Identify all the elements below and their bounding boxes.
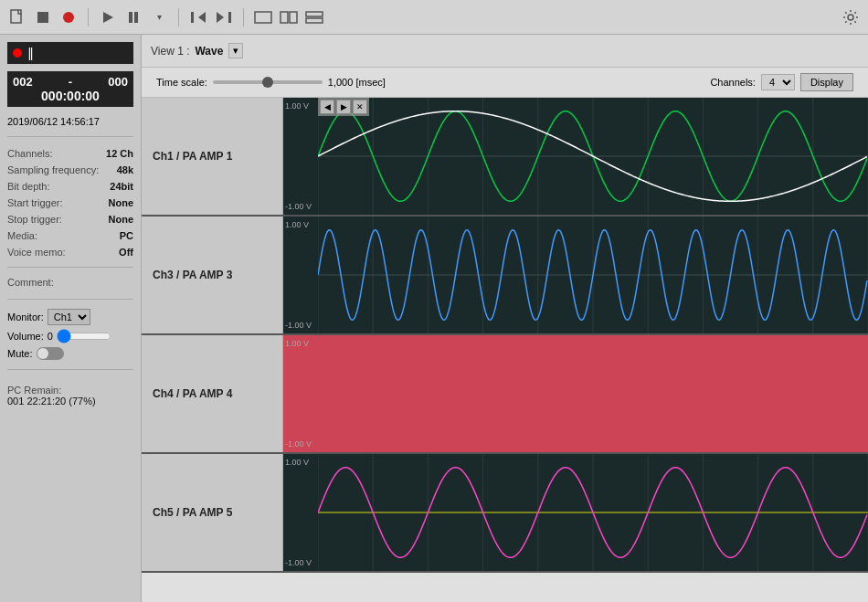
y-labels-ch5: 1.00 V-1.00 V <box>283 454 318 571</box>
monitor-row: Monitor: Ch1 Ch2 Ch3 <box>7 309 133 325</box>
transport-dropdown-icon[interactable]: ▾ <box>149 7 169 27</box>
nav-prev-btn[interactable]: ◀ <box>320 100 334 114</box>
bit-value: 24bit <box>110 181 133 192</box>
timescale-value: 1,000 [msec] <box>328 77 386 88</box>
monitor-select[interactable]: Ch1 Ch2 Ch3 <box>48 309 90 325</box>
right-panel: View 1 : Wave ▾ Time scale: 1,000 [msec]… <box>142 35 868 602</box>
svg-point-2 <box>63 12 74 23</box>
wave-canvas-ch4 <box>318 335 592 452</box>
view-stacked-icon[interactable] <box>304 7 324 27</box>
view-dropdown[interactable]: ▾ <box>228 43 243 58</box>
channel-wave-ch3: 1.00 V-1.00 V <box>283 217 868 333</box>
svg-marker-6 <box>198 12 206 23</box>
rec-dot <box>13 48 22 58</box>
y-max-ch4: 1.00 V <box>285 339 316 348</box>
counter-right: 000 <box>108 75 128 89</box>
channels-container: Ch1 / PA AMP 11.00 V-1.00 V◀▶✕Ch3 / PA A… <box>142 98 868 602</box>
svg-rect-11 <box>281 12 288 23</box>
settings-icon[interactable] <box>841 7 861 27</box>
main-area: ‖ 002 - 000 000:00:00 2019/06/12 14:56:1… <box>0 35 868 602</box>
svg-rect-13 <box>306 12 323 16</box>
stop-trigger-label: Stop trigger: <box>7 214 62 225</box>
toggle-knob <box>37 348 48 359</box>
channel-label-ch5: Ch5 / PA AMP 5 <box>142 454 283 571</box>
bit-row: Bit depth: 24bit <box>7 181 133 192</box>
media-label: Media: <box>7 230 37 241</box>
y-labels-ch4: 1.00 V-1.00 V <box>283 335 318 452</box>
channel-row-ch4: Ch4 / PA AMP 41.00 V-1.00 V <box>142 335 868 454</box>
counter-sep: - <box>69 75 72 89</box>
svg-rect-0 <box>11 10 21 23</box>
sep1 <box>88 8 89 26</box>
volume-value: 0 <box>48 331 53 342</box>
y-min-ch1: -1.00 V <box>285 202 316 211</box>
new-file-icon[interactable] <box>7 7 27 27</box>
media-value: PC <box>120 230 133 241</box>
channel-label-ch4: Ch4 / PA AMP 4 <box>142 335 283 452</box>
fast-forward-icon[interactable] <box>214 7 234 27</box>
sep3 <box>243 8 244 26</box>
y-max-ch1: 1.00 V <box>285 101 316 111</box>
toolbar: ▾ <box>0 0 868 35</box>
view-header: View 1 : Wave ▾ <box>142 35 868 68</box>
rewind-icon[interactable] <box>188 7 208 27</box>
record-icon[interactable] <box>58 7 79 27</box>
sampling-value: 48k <box>117 164 133 175</box>
wave-canvas-ch5 <box>318 454 868 571</box>
svg-rect-9 <box>228 12 231 23</box>
view-double-icon[interactable] <box>279 7 299 27</box>
svg-rect-12 <box>290 12 297 23</box>
nav-next-btn[interactable]: ▶ <box>336 100 351 114</box>
channel-label-ch1: Ch1 / PA AMP 1 <box>142 98 283 215</box>
timescale-label: Time scale: <box>156 77 207 88</box>
y-min-ch5: -1.00 V <box>285 558 316 567</box>
volume-row: Volume: 0 <box>7 329 133 343</box>
display-button[interactable]: Display <box>800 73 853 91</box>
start-trigger-row: Start trigger: None <box>7 197 133 208</box>
bit-label: Bit depth: <box>7 181 49 192</box>
timescale-area: Time scale: 1,000 [msec] <box>156 77 386 88</box>
wave-controls: Time scale: 1,000 [msec] Channels: 4 2 8… <box>142 68 868 98</box>
pc-remain-value: 001 22:21:20 (77%) <box>7 396 133 407</box>
rec-header: ‖ <box>7 42 133 64</box>
view-single-icon[interactable] <box>253 7 273 27</box>
view-name: Wave <box>195 45 223 58</box>
volume-slider[interactable] <box>57 329 111 343</box>
pause-icon[interactable] <box>123 7 143 27</box>
counter-left: 002 <box>13 75 33 89</box>
channels-select[interactable]: 4 2 8 <box>761 74 795 90</box>
monitor-label: Monitor: <box>7 312 44 322</box>
play-icon[interactable] <box>98 7 118 27</box>
channel-row-ch5: Ch5 / PA AMP 51.00 V-1.00 V <box>142 454 868 573</box>
start-trigger-label: Start trigger: <box>7 197 63 208</box>
y-min-ch3: -1.00 V <box>285 321 316 330</box>
counter-row: 002 - 000 <box>13 75 128 89</box>
channel-wave-ch4: 1.00 V-1.00 V <box>283 335 868 452</box>
pause-symbol: ‖ <box>27 46 34 60</box>
mute-row: Mute: <box>7 347 133 360</box>
divider3 <box>7 299 133 300</box>
channel-row-ch3: Ch3 / PA AMP 31.00 V-1.00 V <box>142 217 868 335</box>
svg-rect-14 <box>306 18 323 23</box>
mute-toggle[interactable] <box>37 347 64 360</box>
sampling-row: Sampling frequency: 48k <box>7 164 133 175</box>
stop-icon[interactable] <box>33 7 53 27</box>
y-max-ch3: 1.00 V <box>285 220 316 229</box>
sampling-label: Sampling frequency: <box>7 164 99 175</box>
stop-trigger-row: Stop trigger: None <box>7 214 133 225</box>
canvas-wrap-ch1 <box>318 98 868 215</box>
pc-remain-label: PC Remain: <box>7 385 133 396</box>
canvas-wrap-ch3 <box>318 217 868 333</box>
y-min-ch4: -1.00 V <box>285 439 316 449</box>
stop-trigger-value: None <box>109 214 134 225</box>
left-panel: ‖ 002 - 000 000:00:00 2019/06/12 14:56:1… <box>0 35 142 602</box>
wave-nav-ch1: ◀▶✕ <box>318 98 369 116</box>
channels-ctrl-label: Channels: <box>710 77 756 88</box>
y-max-ch5: 1.00 V <box>285 458 316 467</box>
sep2 <box>178 8 179 26</box>
timecode: 000:00:00 <box>13 89 128 103</box>
timescale-slider[interactable] <box>213 80 323 84</box>
nav-close-btn[interactable]: ✕ <box>353 100 367 114</box>
wave-canvas-ch1 <box>318 98 868 215</box>
channel-label-ch3: Ch3 / PA AMP 3 <box>142 217 283 333</box>
